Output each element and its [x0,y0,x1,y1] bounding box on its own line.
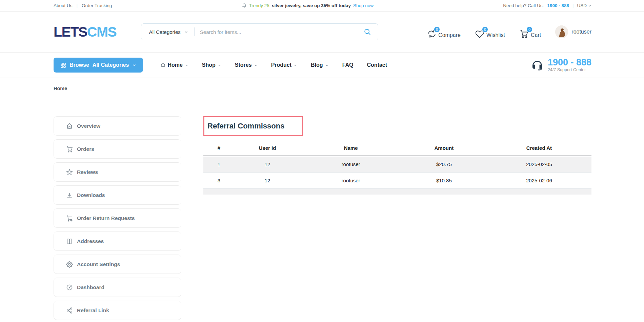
compare-label: Compare [438,32,461,38]
sidebar-item-label: Reviews [77,169,98,175]
return-cart-icon [66,215,73,222]
cart-button[interactable]: 0 Cart [519,29,541,38]
wishlist-count-badge: 0 [482,26,488,33]
nav-item-shop[interactable]: Shop [202,62,221,68]
breadcrumb-bar: Home [0,78,644,99]
headphones-icon [531,59,544,72]
chevron-down-icon [184,30,188,34]
nav-item-contact[interactable]: Contact [367,62,387,68]
address-book-icon [66,238,73,245]
topbar: About Us | Order Tracking Trendy 25 silv… [0,0,644,12]
wishlist-label: Wishlist [486,32,505,38]
nav-item-blog[interactable]: Blog [311,62,329,68]
grid-icon [60,62,66,68]
divider: | [572,3,574,8]
table-row: 3 12 rootuser $10.85 2025-02-06 [203,173,591,189]
chevron-down-icon [325,63,329,67]
search-category-value: All Categories [149,29,180,35]
sidebar-item-label: Orders [77,146,94,152]
sidebar-item-account-settings[interactable]: Account Settings [54,255,181,274]
main-panel: Referral Commissons # User Id Name Amoun… [203,116,591,322]
nav-item-product[interactable]: Product [271,62,297,68]
sidebar-item-label: Account Settings [77,261,120,267]
sidebar-item-orders[interactable]: Orders [54,139,181,159]
main-nav: Browse All Categories Home Shop Stores [0,52,644,78]
chevron-down-icon [254,63,258,67]
currency-selector[interactable]: USD [577,3,591,8]
download-icon [66,192,73,199]
page-title: Referral Commissons [207,122,289,130]
letscms-logo[interactable]: LETSCMS [54,24,116,40]
col-header-name: Name [300,140,401,156]
sidebar-item-downloads[interactable]: Downloads [54,185,181,205]
topbar-phone-link[interactable]: 1900 - 888 [547,3,569,8]
sidebar-item-label: Referral Link [77,307,109,314]
sidebar-item-label: Overview [77,123,100,129]
sidebar-item-label: Order Return Requests [77,215,135,221]
search-button[interactable] [361,28,378,36]
breadcrumb[interactable]: Home [54,86,67,91]
compare-count-badge: 0 [434,26,440,33]
divider: | [77,3,78,8]
support-center: 1900 - 888 24/7 Support Center [531,58,591,72]
sidebar-item-label: Dashboard [77,284,104,290]
shop-now-link[interactable]: Shop now [353,3,374,8]
wishlist-button[interactable]: 0 Wishlist [475,29,505,38]
username-label: rootuser [571,29,591,35]
home-icon [66,123,73,129]
cell-created-at: 2025-02-05 [487,156,591,173]
table-row: 1 12 rootuser $20.75 2025-02-05 [203,156,591,173]
cell-amount: $10.85 [401,173,487,189]
cart-label: Cart [531,32,541,38]
order-tracking-link[interactable]: Order Tracking [82,3,112,8]
sidebar-item-label: Downloads [77,192,105,198]
promo-text: silver jewelry, save up 35% off today [272,3,351,8]
table-header-row: # User Id Name Amount Created At [203,140,591,156]
sidebar-item-label: Addresses [77,238,104,244]
sidebar-item-reviews[interactable]: Reviews [54,162,181,182]
cell-index: 1 [203,156,235,173]
chevron-down-icon [294,63,297,67]
search-bar: All Categories [141,23,378,40]
cart-icon [66,146,73,153]
browse-label: Browse [69,62,89,68]
col-header-index: # [203,140,235,156]
browse-categories-button[interactable]: Browse All Categories [54,58,143,73]
sidebar-item-addresses[interactable]: Addresses [54,232,181,251]
cell-name: rootuser [300,173,401,189]
col-header-user-id: User Id [235,140,301,156]
logo-part-1: LETS [54,24,87,40]
currency-value: USD [577,3,587,8]
sidebar-item-dashboard[interactable]: Dashboard [54,278,181,297]
cell-created-at: 2025-02-06 [487,173,591,189]
nav-item-home[interactable]: Home [161,62,188,68]
sidebar-item-referral-link[interactable]: Referral Link [54,301,181,320]
sidebar-item-overview[interactable]: Overview [54,116,181,136]
compare-button[interactable]: 0 Compare [427,29,461,38]
about-us-link[interactable]: About Us [54,3,73,8]
sidebar-item-order-return-requests[interactable]: Order Return Requests [54,208,181,228]
cell-amount: $20.75 [401,156,487,173]
chevron-down-icon [185,63,188,67]
chevron-down-icon [588,4,591,7]
cart-count-badge: 0 [526,26,533,33]
col-header-amount: Amount [401,140,487,156]
support-label: 24/7 Support Center [548,67,591,72]
search-input[interactable] [195,29,361,35]
home-icon [161,63,165,67]
chevron-down-icon [218,63,221,67]
referral-commissions-table: # User Id Name Amount Created At 1 12 ro… [203,140,591,195]
browse-sublabel: All Categories [93,62,129,68]
chevron-down-icon [132,63,136,67]
star-icon [66,169,73,176]
support-phone[interactable]: 1900 - 888 [548,58,591,67]
cell-name: rootuser [300,156,401,173]
nav-label: Blog [311,62,323,68]
table-footer-stripe [203,189,591,195]
search-category-dropdown[interactable]: All Categories [141,29,194,35]
nav-label: FAQ [342,62,354,68]
nav-item-stores[interactable]: Stores [235,62,258,68]
col-header-created-at: Created At [487,140,591,156]
nav-item-faq[interactable]: FAQ [342,62,354,68]
account-menu[interactable]: rootuser [555,25,591,38]
